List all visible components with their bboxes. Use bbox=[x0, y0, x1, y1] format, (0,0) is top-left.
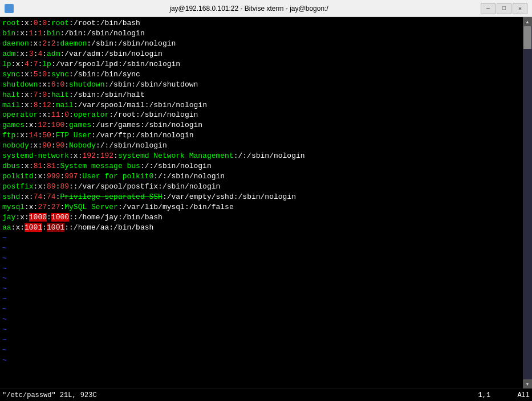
terminal-line: mysql:x:27:27:MySQL Server:/var/lib/mysq… bbox=[2, 202, 521, 212]
terminal-line: sshd:x:74:74:Privilege-separated SSH:/va… bbox=[2, 192, 521, 202]
terminal-line: shutdown:x:6:0:shutdown:/sbin:/sbin/shut… bbox=[2, 80, 521, 90]
window-controls: — □ ✕ bbox=[481, 3, 527, 14]
terminal-window: jay@192.168.0.101:22 - Bitvise xterm - j… bbox=[0, 0, 532, 401]
scroll-up-arrow[interactable]: ▲ bbox=[523, 17, 532, 26]
terminal-line: ~ bbox=[2, 273, 521, 284]
minimize-button[interactable]: — bbox=[481, 3, 496, 14]
terminal-line: ~ bbox=[2, 264, 521, 274]
terminal-line: ~ bbox=[2, 325, 521, 335]
terminal-line: postfix:x:89:89::/var/spool/postfix:/sbi… bbox=[2, 182, 521, 192]
terminal-line: ~ bbox=[2, 243, 521, 253]
app-icon bbox=[5, 4, 14, 13]
terminal-line: ~ bbox=[2, 304, 521, 314]
terminal-line: daemon:x:2:2:daemon:/sbin:/sbin/nologin bbox=[2, 39, 521, 49]
terminal-line: halt:x:7:0:halt:/sbin:/sbin/halt bbox=[2, 90, 521, 100]
terminal-line: systemd-network:x:192:192:systemd Networ… bbox=[2, 151, 521, 161]
terminal-line: ~ bbox=[2, 294, 521, 304]
terminal-line: operator:x:11:0:operator:/root:/sbin/nol… bbox=[2, 110, 521, 120]
terminal-line: ~ bbox=[2, 345, 521, 355]
terminal-line: ~ bbox=[2, 335, 521, 345]
terminal-line: ~ bbox=[2, 314, 521, 325]
terminal-line: aa:x:1001:1001::/home/aa:/bin/bash bbox=[2, 223, 521, 233]
statusbar-cursor: 1,1 bbox=[478, 391, 491, 399]
terminal-line: bin:x:1:1:bin:/bin:/sbin/nologin bbox=[2, 28, 521, 39]
maximize-button[interactable]: □ bbox=[497, 3, 511, 14]
terminal-line: nobody:x:90:90:Nobody:/:/sbin/nologin bbox=[2, 141, 521, 151]
terminal-line: ~ bbox=[2, 355, 521, 366]
scrollbar-track[interactable] bbox=[523, 26, 532, 379]
terminal-line: adm:x:3:4:adm:/var/adm:/sbin/nologin bbox=[2, 49, 521, 59]
terminal-line: ~ bbox=[2, 233, 521, 243]
scrollbar[interactable]: ▲ ▼ bbox=[523, 17, 532, 388]
scrollbar-thumb[interactable] bbox=[523, 26, 531, 49]
terminal-line: mail:x:8:12:mail:/var/spool/mail:/sbin/n… bbox=[2, 100, 521, 111]
terminal-line: ~ bbox=[2, 253, 521, 264]
terminal-line: dbus:x:81:81:System message bus:/:/sbin/… bbox=[2, 161, 521, 171]
window-title: jay@192.168.0.101:22 - Bitvise xterm - j… bbox=[17, 5, 481, 13]
statusbar-scroll: All bbox=[517, 391, 530, 399]
statusbar: "/etc/passwd" 21L, 923C 1,1 All bbox=[0, 388, 532, 401]
close-button[interactable]: ✕ bbox=[513, 3, 527, 14]
terminal-line: ftp:x:14:50:FTP User:/var/ftp:/sbin/nolo… bbox=[2, 130, 521, 141]
titlebar: jay@192.168.0.101:22 - Bitvise xterm - j… bbox=[0, 0, 532, 17]
terminal-line: root:x:0:0:root:/root:/bin/bash bbox=[2, 18, 521, 28]
terminal-line: ~ bbox=[2, 284, 521, 294]
statusbar-file-info: "/etc/passwd" 21L, 923C bbox=[2, 391, 478, 399]
terminal-container: root:x:0:0:root:/root:/bin/bash bin:x:1:… bbox=[0, 17, 532, 388]
scroll-down-arrow[interactable]: ▼ bbox=[523, 379, 532, 388]
terminal-line: lp:x:4:7:lp:/var/spool/lpd:/sbin/nologin bbox=[2, 59, 521, 69]
terminal-line: games:x:12:100:games:/usr/games:/sbin/no… bbox=[2, 120, 521, 130]
terminal-output[interactable]: root:x:0:0:root:/root:/bin/bash bin:x:1:… bbox=[0, 17, 523, 388]
terminal-line: sync:x:5:0:sync:/sbin:/bin/sync bbox=[2, 69, 521, 80]
terminal-line: polkitd:x:999:997:User for polkit0:/:/sb… bbox=[2, 171, 521, 182]
terminal-line: jay:x:1000:1000::/home/jay:/bin/bash bbox=[2, 212, 521, 223]
statusbar-position: 1,1 All bbox=[478, 391, 530, 399]
